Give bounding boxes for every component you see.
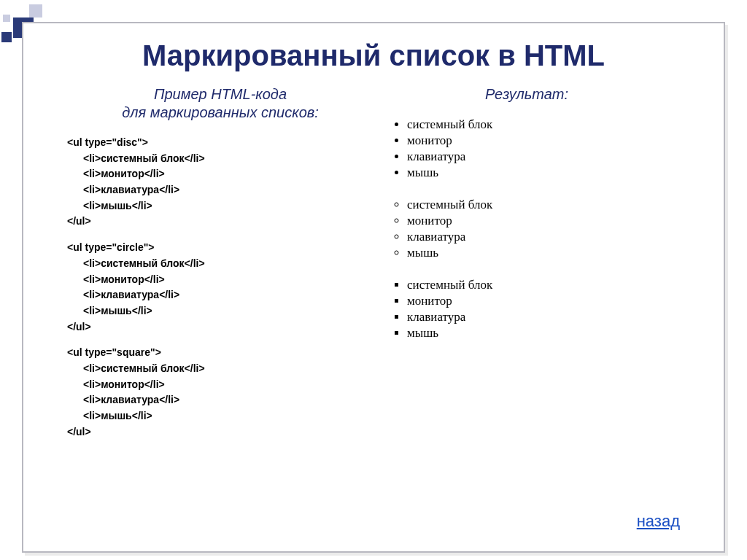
list-item: клавиатура [407, 149, 680, 165]
list-item: монитор [407, 133, 680, 149]
code-line: <li>мышь</li> [83, 200, 152, 211]
code-line: <li>мышь</li> [83, 410, 152, 421]
code-line: <li>системный блок</li> [83, 257, 205, 269]
right-column-header: Результат: [374, 85, 680, 104]
code-line: <li>монитор</li> [83, 168, 165, 179]
back-link[interactable]: назад [637, 512, 680, 531]
result-list-square: системный блок монитор клавиатура мышь [391, 277, 680, 341]
code-line: <li>клавиатура</li> [83, 184, 179, 195]
code-line: </ul> [67, 215, 91, 227]
code-line: <li>системный блок</li> [83, 362, 205, 374]
result-list-disc: системный блок монитор клавиатура мышь [391, 117, 680, 181]
code-line: <ul type="circle"> [67, 241, 155, 253]
code-line: <li>клавиатура</li> [83, 289, 179, 300]
code-line: <li>системный блок</li> [83, 152, 205, 164]
list-item: системный блок [407, 197, 680, 213]
left-column-header: Пример HTML-кода для маркированных списк… [67, 85, 374, 122]
list-item: монитор [407, 293, 680, 309]
code-block-square: <ul type="square"> <li>системный блок</l… [67, 345, 374, 440]
result-list-circle: системный блок монитор клавиатура мышь [391, 197, 680, 261]
code-line: </ul> [67, 426, 91, 438]
slide-frame: Маркированный список в HTML Пример HTML-… [22, 22, 725, 553]
left-header-line1: Пример HTML-кода [154, 86, 287, 102]
list-item: клавиатура [407, 229, 680, 245]
code-line: <ul type="square"> [67, 346, 161, 358]
list-item: мышь [407, 165, 680, 181]
page-title: Маркированный список в HTML [23, 39, 724, 72]
left-header-line2: для маркированных списков: [122, 104, 319, 120]
code-line: </ul> [67, 321, 91, 332]
list-item: системный блок [407, 117, 680, 133]
code-block-circle: <ul type="circle"> <li>системный блок</l… [67, 240, 374, 335]
result-area: системный блок монитор клавиатура мышь с… [374, 117, 680, 341]
list-item: монитор [407, 213, 680, 229]
list-item: мышь [407, 325, 680, 341]
code-line: <li>клавиатура</li> [83, 394, 179, 405]
list-item: системный блок [407, 277, 680, 293]
code-line: <ul type="disc"> [67, 136, 148, 148]
right-column: Результат: системный блок монитор клавиа… [374, 78, 680, 450]
left-column: Пример HTML-кода для маркированных списк… [67, 78, 374, 450]
list-item: клавиатура [407, 309, 680, 325]
code-block-disc: <ul type="disc"> <li>системный блок</li>… [67, 135, 374, 230]
list-item: мышь [407, 245, 680, 261]
code-line: <li>монитор</li> [83, 273, 165, 285]
code-line: <li>монитор</li> [83, 378, 165, 390]
code-line: <li>мышь</li> [83, 305, 152, 316]
